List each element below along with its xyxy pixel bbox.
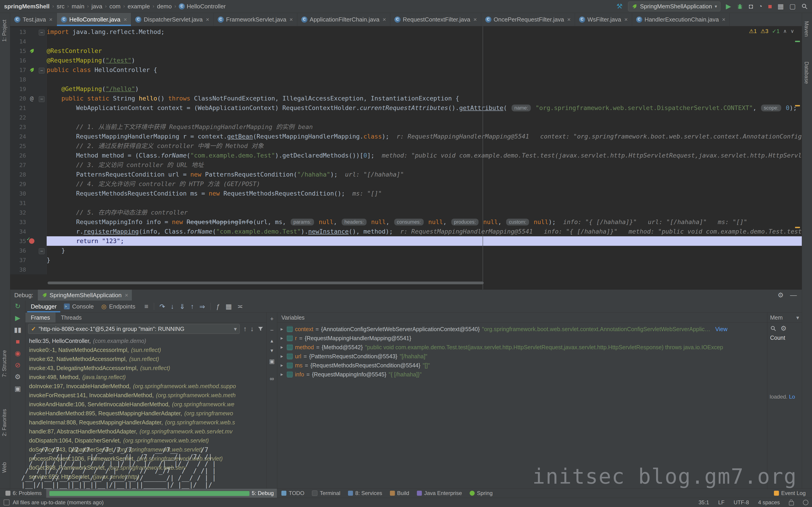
code-line[interactable]: 19 @GetMapping("/hello") xyxy=(10,84,802,94)
move-up-icon[interactable]: ▲ xyxy=(270,338,274,344)
lock-icon[interactable] xyxy=(789,501,794,505)
editor-tab-requestcontextfilter-java[interactable]: CRequestContextFilter.java× xyxy=(390,13,481,26)
duplicate-watch-icon[interactable]: ▣ xyxy=(269,358,275,365)
run-configuration-select[interactable]: SpringMemShellApplication ▾ xyxy=(628,2,720,11)
layout-icon[interactable]: ≡ xyxy=(144,303,148,310)
debug-session-tab[interactable]: SpringMemShellApplication × xyxy=(38,290,132,300)
view-as-grid-icon[interactable]: ▦ xyxy=(225,303,232,310)
stack-frame[interactable]: handleInternal:808, RequestMappingHandle… xyxy=(26,418,266,427)
code-line[interactable]: 13−import java.lang.reflect.Method; xyxy=(10,27,802,37)
editor-tab-applicationfilterchain-java[interactable]: CApplicationFilterChain.java× xyxy=(297,13,390,26)
code-line[interactable]: 17−public class HelloController { xyxy=(10,65,802,75)
stack-frame[interactable]: invoke:498, Method,(java.lang.reflect) xyxy=(26,373,266,382)
error-stripe-mark[interactable] xyxy=(795,41,800,42)
previous-frame-icon[interactable]: ↑ xyxy=(243,326,247,332)
editor-tab-test-java[interactable]: CTest.java× xyxy=(10,13,57,26)
fold-icon[interactable]: − xyxy=(39,248,45,254)
status-utf-8[interactable]: UTF-8 xyxy=(733,499,749,506)
code-line[interactable]: 33 RequestMappingInfo info = new Request… xyxy=(10,217,802,227)
step-into-icon[interactable]: ↓ xyxy=(170,302,174,310)
close-icon[interactable]: × xyxy=(567,16,570,23)
run-to-cursor-icon[interactable]: ⇒ xyxy=(199,302,205,311)
stack-frame[interactable]: service:655, HttpServlet,(javax.servlet.… xyxy=(26,472,266,481)
close-icon[interactable]: × xyxy=(473,16,477,23)
editor-tab-onceperrequestfilter-java[interactable]: COncePerRequestFilter.java× xyxy=(481,13,575,26)
stripe-button-database[interactable]: Database xyxy=(803,62,810,84)
close-icon[interactable]: × xyxy=(624,16,627,23)
stack-frame[interactable]: doInvoke:197, InvocableHandlerMethod,(or… xyxy=(26,382,266,391)
code-line[interactable]: 31 xyxy=(10,198,802,208)
toolwindow-button-8-services[interactable]: 8: Services xyxy=(345,489,386,498)
stack-frame[interactable]: doGet:898, FrameworkServlet,(org.springf… xyxy=(26,463,266,472)
toolwindow-quick-access-icon[interactable] xyxy=(4,500,9,505)
stop-icon[interactable]: ■ xyxy=(16,338,20,345)
close-icon[interactable]: × xyxy=(722,16,725,23)
close-icon[interactable]: × xyxy=(290,16,293,23)
toolwindow-button-6-problems[interactable]: 6: Problems xyxy=(2,489,45,498)
stripe-button-1-project[interactable]: 1: Project xyxy=(1,20,7,42)
code-line[interactable]: 36− } xyxy=(10,246,802,255)
expand-chevron-icon[interactable]: ▸ xyxy=(279,344,285,350)
next-frame-icon[interactable]: ↓ xyxy=(250,326,254,332)
debugger-tab-endpoints[interactable]: ◎Endpoints xyxy=(97,300,139,313)
filter-icon[interactable] xyxy=(257,326,264,332)
gear-icon[interactable]: ⚙ xyxy=(780,325,786,332)
gear-icon[interactable]: ⚙ xyxy=(777,292,784,298)
code-line[interactable]: 14 xyxy=(10,37,802,46)
rerun-icon[interactable]: ↻ xyxy=(15,303,20,309)
frames-tab-frames[interactable]: Frames xyxy=(26,313,55,323)
stack-frame[interactable]: invoke0:-1, NativeMethodAccessorImpl,(su… xyxy=(26,345,266,354)
code-line[interactable]: 22 xyxy=(10,113,802,122)
expand-chevron-icon[interactable]: ▸ xyxy=(279,362,285,368)
view-link[interactable]: View xyxy=(715,326,727,333)
code-line[interactable]: 37} xyxy=(10,255,802,265)
close-icon[interactable]: × xyxy=(383,16,386,23)
stack-frame[interactable]: hello:35, HelloController,(com.example.d… xyxy=(26,336,266,345)
variable-row-method[interactable]: ▸method = {Method@5542} "public void com… xyxy=(277,343,767,352)
variable-row-r[interactable]: ▸r = {RequestMappingHandlerMapping@5541} xyxy=(277,334,767,343)
error-stripe-mark[interactable] xyxy=(795,227,800,228)
code-line[interactable]: 28 PatternsRequestCondition url = new Pa… xyxy=(10,170,802,179)
debugger-tab-console[interactable]: >_Console xyxy=(60,300,97,313)
code-line[interactable]: 24 RequestMappingHandlerMapping r = cont… xyxy=(10,132,802,141)
hide-icon[interactable]: — xyxy=(790,292,797,298)
toolwindow-button-spring[interactable]: Spring xyxy=(466,489,496,498)
stack-frame[interactable]: handle:87, AbstractHandlerMethodAdapter,… xyxy=(26,427,266,436)
expand-chevron-icon[interactable]: ▸ xyxy=(279,326,285,332)
memory-header[interactable]: Mem ▾ xyxy=(767,313,802,323)
code-line[interactable]: 25 // 2. 通过反射获得自定义 controller 中唯一的 Metho… xyxy=(10,141,802,151)
code-line[interactable]: 16@RequestMapping("/test") xyxy=(10,56,802,65)
step-over-icon[interactable]: ↷ xyxy=(159,302,165,311)
code-line[interactable]: 29 // 4. 定义允许访问 controller 的 HTTP 方法 (GE… xyxy=(10,179,802,189)
compare-icon[interactable]: ≍ xyxy=(237,303,243,310)
stripe-button-2-favorites[interactable]: 2: Favorites xyxy=(1,409,7,436)
expand-chevron-icon[interactable]: ▸ xyxy=(279,372,285,377)
load-link[interactable]: Lo xyxy=(789,394,795,400)
stack-frame[interactable]: processRequest:1006, FrameworkServlet,(o… xyxy=(26,454,266,463)
force-step-into-icon[interactable]: ⇓ xyxy=(180,302,185,311)
toolwindow-button-terminal[interactable]: Terminal xyxy=(309,489,344,498)
breadcrumb-item-java[interactable]: java xyxy=(92,3,102,10)
status-4-spaces[interactable]: 4 spaces xyxy=(758,499,780,506)
evaluate-expression-icon[interactable]: ƒ xyxy=(216,303,220,310)
stack-frame[interactable]: doDispatch:1064, DispatcherServlet,(org.… xyxy=(26,436,266,445)
editor-tab-wsfilter-java[interactable]: CWsFilter.java× xyxy=(575,13,632,26)
stack-frame[interactable]: invoke:43, DelegatingMethodAccessorImpl,… xyxy=(26,363,266,373)
variable-row-info[interactable]: ▸info = {RequestMappingInfo@5545} "{ [/h… xyxy=(277,370,767,379)
code-line[interactable]: 15@RestController xyxy=(10,46,802,56)
thread-selector[interactable]: ✓ "http-nio-8080-exec-1"@5,245 in group … xyxy=(28,324,240,334)
tool-windows-icon[interactable]: ▦ xyxy=(777,3,784,10)
infinity-icon[interactable]: ∞ xyxy=(270,375,274,382)
stack-frame[interactable]: invokeAndHandle:106, ServletInvocableHan… xyxy=(26,400,266,409)
stack-frame[interactable]: invokeForRequest:141, InvocableHandlerMe… xyxy=(26,391,266,400)
remove-watch-icon[interactable]: − xyxy=(270,327,273,334)
editor-tab-hellocontroller-java[interactable]: CHelloController.java× xyxy=(57,13,132,26)
expand-chevron-icon[interactable]: ▸ xyxy=(279,353,285,359)
toolwindow-button-5-debug[interactable]: 5: Debug xyxy=(46,489,277,498)
toolwindow-button-todo[interactable]: TODO xyxy=(278,489,307,498)
move-down-icon[interactable]: ▼ xyxy=(270,348,274,353)
breadcrumb-item-hellocontroller[interactable]: CHelloController xyxy=(179,3,226,10)
code-line[interactable]: 18 xyxy=(10,75,802,84)
inspections-widget[interactable]: ⚠1 ⚠3 ✓1 ∧ ∨ xyxy=(749,28,794,35)
editor-tab-dispatcherservlet-java[interactable]: CDispatcherServlet.java× xyxy=(131,13,213,26)
